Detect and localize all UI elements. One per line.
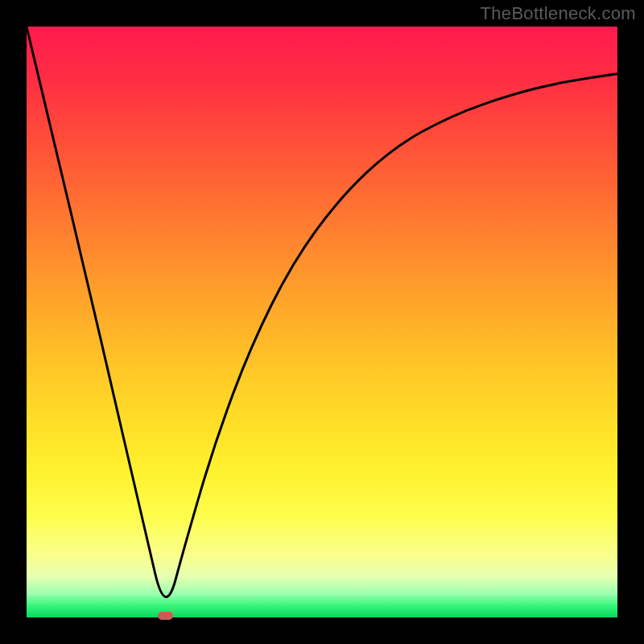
plot-area (27, 27, 617, 617)
bottleneck-curve (27, 27, 617, 617)
watermark-text: TheBottleneck.com (481, 3, 636, 24)
min-marker (158, 612, 173, 620)
chart-frame: TheBottleneck.com (0, 0, 644, 644)
